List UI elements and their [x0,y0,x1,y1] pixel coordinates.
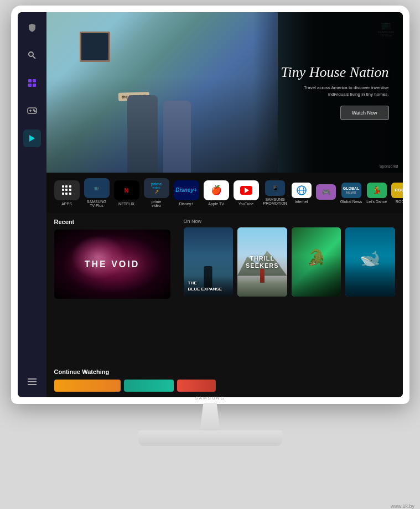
disney-text: Disney+ [175,187,197,193]
internet-label: Internet [295,200,308,204]
prime-logo: prime video ↗ [151,182,162,195]
on-now-label: On Now [184,219,395,224]
apps-icon [54,180,80,200]
svg-rect-2 [28,79,32,82]
hero-image: the "PERCH" [46,12,278,173]
continue-bars [54,380,395,392]
app-item-youtube[interactable]: YouTube [234,180,259,206]
app-item-netflix[interactable]: N NETFLIX [114,180,139,206]
card-overlay-3 [292,227,341,297]
hero-description: Travel across America to discover invent… [300,85,389,98]
main-content: the "PERCH" 📺 SAMSUNG TV Plus Tiny Hou [46,12,403,397]
void-nebula [71,235,126,279]
menu-icon[interactable] [23,373,41,391]
svg-rect-5 [33,84,36,87]
svg-marker-11 [29,135,35,142]
app-item-prime[interactable]: prime video ↗ primevideo [144,178,169,207]
lets-dance-icon: 💃 [367,183,387,198]
monitor-stand-neck [194,403,227,430]
netflix-label: NETFLIX [118,202,134,206]
screen: the "PERCH" 📺 SAMSUNG TV Plus Tiny Hou [18,12,403,397]
svg-line-1 [33,56,35,59]
netflix-text: N [125,187,129,194]
prime-arrow: ↗ [154,189,159,195]
prime-label: primevideo [152,200,162,207]
games-hub-icon: 🎮 [316,184,336,200]
shield-icon[interactable] [23,19,41,37]
app-item-roca[interactable]: ROCA ROCA [391,183,402,204]
youtube-play-icon [240,186,252,195]
continue-section: Continue Watching [54,368,395,392]
search-icon[interactable] [23,46,41,64]
blue-expanse-card[interactable]: THEBLUE EXPANSE [184,227,234,297]
continue-bar-gold[interactable] [54,380,121,392]
void-title: THE VOID [85,259,140,269]
media-play-icon[interactable] [23,129,41,147]
roca-label: ROCA [396,200,403,204]
apps-section: APPS 📺 SAMSUNGTV Plus N [46,173,403,213]
house-window [80,32,110,62]
continue-bar-orange[interactable] [177,380,216,392]
app-item-games[interactable]: 🎮 [316,184,336,201]
app-item-lets-dance[interactable]: 💃 Let's Dance [366,183,387,204]
apps-grid-icon[interactable] [23,74,41,92]
sidebar [18,12,46,397]
samsung-wordmark: SAMSUNG [195,396,225,401]
thrill-seekers-card[interactable]: THRILL SEEKERS [237,227,287,297]
prime-icon: prime video ↗ [144,178,169,198]
app-item-appletv[interactable]: 🍎 Apple TV [204,180,229,206]
content-columns: Recent THE VOID On Now [54,219,395,363]
samsung-tv-plus-label: SAMSUNGTV Plus [87,200,106,207]
disney-label: Disney+ [179,202,193,206]
svg-point-10 [34,111,35,112]
samsung-promo-icon: 📱 [265,180,285,196]
sponsored-tag: Sponsored [380,164,398,168]
global-news-label: Global News [340,200,362,204]
svg-point-0 [29,52,33,56]
hero-overlay: Tiny House Nation Travel across America … [253,12,402,173]
person-1 [127,95,158,173]
monitor-wrapper: the "PERCH" 📺 SAMSUNG TV Plus Tiny Hou [6,6,415,503]
youtube-icon [234,180,259,200]
app-item-samsung-tv-plus[interactable]: 📺 SAMSUNGTV Plus [84,178,110,207]
void-card[interactable]: THE VOID [54,230,170,299]
netflix-icon: N [114,180,139,200]
apps-label: APPS [61,202,72,206]
games-icon[interactable] [23,102,41,120]
lets-dance-label: Let's Dance [366,200,387,204]
internet-icon [292,183,312,198]
app-item-disney[interactable]: Disney+ Disney+ [174,180,199,206]
content-lower: Recent THE VOID On Now [46,213,403,397]
monitor-stand-base [138,430,282,446]
green-show-card[interactable]: 🐊 [292,227,341,297]
blue-expanse-title: THEBLUE EXPANSE [188,281,222,292]
ocean-show-card[interactable]: 🐋 [345,227,395,297]
youtube-label: YouTube [238,202,254,206]
app-item-apps[interactable]: APPS [54,180,80,206]
monitor-body: the "PERCH" 📺 SAMSUNG TV Plus Tiny Hou [11,6,409,404]
app-item-internet[interactable]: Internet [292,183,312,204]
watch-now-button[interactable]: Watch Now [340,106,389,120]
svg-point-9 [33,110,34,111]
recent-section: Recent THE VOID [54,219,176,363]
on-now-section: On Now THEBLUE EXPANSE [184,219,395,363]
global-news-icon: GLOBAL NEWS [341,183,361,198]
continue-watching-label: Continue Watching [54,368,395,375]
roca-icon: ROCA [391,183,402,198]
person-group [127,95,191,173]
person-2 [163,101,191,173]
prime-text: prime [151,182,162,186]
website-watermark: www.1k.by [391,503,414,509]
apps-dots-grid [62,185,72,195]
svg-rect-3 [33,79,36,82]
app-item-global-news[interactable]: GLOBAL NEWS Global News [340,183,362,204]
apps-row: APPS 📺 SAMSUNGTV Plus N [54,178,395,207]
appletv-logo: 🍎 [211,185,222,195]
thrill-seekers-title: THRILL SEEKERS [246,254,279,269]
app-item-samsung-promo[interactable]: 📱 SAMSUNGPROMOTION [263,180,287,205]
recent-label: Recent [54,219,176,225]
hero-title: Tiny House Nation [281,65,388,81]
continue-bar-teal[interactable] [124,380,174,392]
yt-play-triangle [245,188,249,193]
on-now-row: THEBLUE EXPANSE THRILL SEEKERS [184,227,395,297]
